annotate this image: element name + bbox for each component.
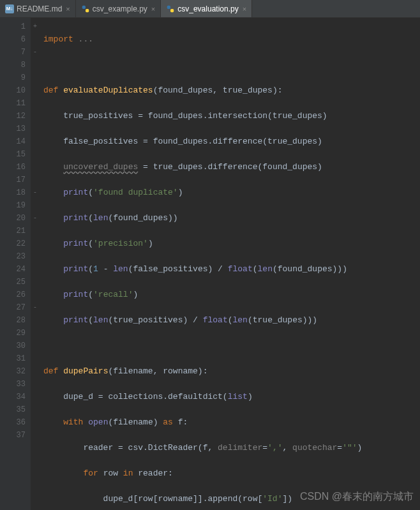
python-icon	[81, 4, 90, 13]
code-line: def evaluateDuplicates(found_dupes, true…	[43, 84, 420, 97]
code-line: print(1 - len(false_positives) / float(l…	[43, 263, 420, 276]
fold-toggle[interactable]: -	[31, 46, 40, 59]
fold-toggle[interactable]: +	[31, 20, 40, 33]
svg-rect-1	[86, 9, 89, 12]
close-icon[interactable]: ×	[66, 5, 70, 13]
svg-rect-0	[82, 5, 86, 8]
code-line: print(len(found_dupes))	[43, 212, 420, 225]
code-line: true_positives = found_dupes.intersectio…	[43, 110, 420, 123]
line-number-gutter: 1 6 7 8 9 10 11 12 13 14 15 16 17 18 19 …	[0, 18, 31, 510]
tab-csv-example[interactable]: csv_example.py ×	[76, 0, 161, 17]
fold-toggle[interactable]: -	[31, 212, 40, 225]
code-line: with open(filename) as f:	[43, 416, 420, 429]
code-line: for row in reader:	[43, 467, 420, 480]
svg-rect-2	[167, 5, 170, 8]
tab-label: csv_evaluation.py	[177, 4, 238, 13]
tab-readme[interactable]: M↓ README.md ×	[0, 0, 76, 17]
code-line: dupe_d = collections.defaultdict(list)	[43, 391, 420, 403]
code-line: def dupePairs(filename, rowname):	[43, 365, 420, 378]
editor-tabs: M↓ README.md × csv_example.py × csv_eval…	[0, 0, 420, 18]
fold-gutter: + - - - -	[31, 18, 40, 510]
svg-rect-3	[170, 9, 174, 12]
tab-csv-evaluation[interactable]: csv_evaluation.py ×	[161, 0, 252, 17]
fold-toggle[interactable]: -	[31, 301, 40, 314]
python-icon	[166, 4, 175, 13]
code-line: print('precision')	[43, 237, 420, 250]
code-line: import ...	[43, 33, 420, 46]
tab-label: csv_example.py	[93, 4, 147, 13]
code-line: reader = csv.DictReader(f, delimiter=','…	[43, 442, 420, 454]
close-icon[interactable]: ×	[243, 5, 246, 13]
code-line: print(len(true_positives) / float(len(tr…	[43, 314, 420, 327]
code-line: dupe_d[row[rowname]].append(row['Id'])	[43, 493, 420, 506]
code-line: print('recall')	[43, 289, 420, 301]
close-icon[interactable]: ×	[151, 5, 155, 13]
markdown-icon: M↓	[5, 4, 14, 13]
code-line: false_positives = found_dupes.difference…	[43, 135, 420, 148]
code-line: uncovered_dupes = true_dupes.difference(…	[43, 161, 420, 174]
code-area[interactable]: import ... def evaluateDuplicates(found_…	[40, 18, 420, 510]
code-line: print('found duplicate')	[43, 186, 420, 199]
tab-label: README.md	[17, 4, 62, 13]
code-editor[interactable]: 1 6 7 8 9 10 11 12 13 14 15 16 17 18 19 …	[0, 18, 420, 510]
fold-toggle[interactable]: -	[31, 186, 40, 199]
